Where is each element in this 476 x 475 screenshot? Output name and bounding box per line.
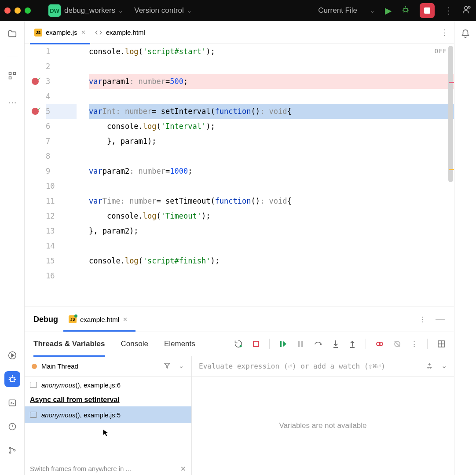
git-icon[interactable] [4, 442, 20, 458]
code-line[interactable] [89, 268, 454, 283]
project-name[interactable]: debug_workers [64, 6, 115, 15]
code-line[interactable] [89, 89, 454, 104]
code-line[interactable]: }, param1); [89, 134, 454, 149]
step-over-icon[interactable] [314, 340, 322, 348]
run-config-selector[interactable]: Current File [318, 6, 357, 15]
step-into-icon[interactable] [332, 340, 339, 348]
run-tool-icon[interactable] [4, 347, 20, 363]
notifications-icon[interactable] [461, 29, 470, 41]
stack-frame[interactable]: anonymous(), example.js:6 [25, 376, 191, 393]
debug-sub-tab[interactable]: Console [121, 332, 148, 356]
code-line[interactable]: console.log('Timeout'); [89, 208, 454, 223]
line-number[interactable]: 8 [46, 149, 77, 164]
debug-icon[interactable] [401, 5, 410, 16]
line-number[interactable]: 1 [46, 44, 77, 59]
close-window-icon[interactable] [4, 7, 11, 14]
code-line[interactable] [89, 59, 454, 74]
code-editor[interactable]: 12345678910111213141516 OFF console.log(… [25, 44, 454, 307]
view-breakpoints-icon[interactable] [376, 340, 384, 348]
chevron-down-icon[interactable]: ⌄ [187, 7, 192, 15]
svg-point-13 [240, 345, 242, 347]
filter-icon[interactable] [164, 362, 171, 370]
editor-tab[interactable]: example.html [90, 21, 150, 44]
chevron-down-icon[interactable]: ⌄ [118, 7, 124, 15]
line-number[interactable]: 14 [46, 238, 77, 253]
warning-stripe-marker[interactable] [449, 169, 454, 170]
code-line[interactable]: console.log('script#start'); [89, 44, 454, 59]
step-out-icon[interactable] [349, 340, 356, 348]
folder-icon[interactable] [7, 29, 17, 41]
error-stripe-marker[interactable] [449, 82, 454, 83]
debug-sub-tab[interactable]: Threads & Variables [33, 332, 105, 356]
close-icon[interactable]: ✕ [180, 465, 186, 473]
editor-more-icon[interactable]: ⋮ [441, 28, 449, 37]
layout-icon[interactable] [437, 340, 445, 348]
user-icon[interactable] [462, 5, 472, 17]
chevron-down-icon[interactable]: ⌄ [441, 362, 447, 371]
stack-frame[interactable]: anonymous(), example.js:5 [25, 406, 191, 423]
line-number[interactable]: 2 [46, 59, 77, 74]
more-icon[interactable]: ⋮ [419, 315, 426, 323]
run-icon[interactable]: ▶ [385, 5, 392, 16]
line-number[interactable]: 7 [46, 134, 77, 149]
inspections-off-badge[interactable]: OFF [435, 48, 447, 55]
svg-rect-3 [9, 73, 11, 75]
code-line[interactable] [89, 238, 454, 253]
line-number[interactable]: 3 [46, 74, 77, 89]
more-horizontal-icon[interactable]: ⋯ [8, 97, 17, 108]
pause-icon[interactable] [297, 340, 304, 348]
code-line[interactable]: console.log('script#finish'); [89, 253, 454, 268]
chevron-down-icon[interactable]: ⌄ [370, 7, 375, 15]
editor-tab[interactable]: JSexample.js✕ [30, 21, 90, 44]
terminal-icon[interactable] [4, 395, 20, 411]
project-badge: DW [48, 4, 61, 17]
mute-breakpoints-icon[interactable] [393, 340, 401, 348]
thread-status-icon [32, 364, 37, 369]
problems-icon[interactable] [4, 419, 20, 435]
code-line[interactable]: var param1 : number = 500; [89, 74, 454, 89]
svg-point-7 [10, 377, 14, 381]
close-icon[interactable]: ✕ [81, 29, 86, 36]
line-number[interactable]: 12 [46, 208, 77, 223]
code-line[interactable] [89, 149, 454, 164]
breakpoint-icon[interactable] [32, 108, 39, 115]
thread-selector[interactable]: Main Thread ⌄ [25, 356, 191, 376]
stop-icon[interactable] [253, 340, 260, 347]
code-line[interactable] [89, 179, 454, 194]
line-number[interactable]: 9 [46, 164, 77, 179]
line-number[interactable]: 4 [46, 89, 77, 104]
line-number[interactable]: 15 [46, 253, 77, 268]
resume-icon[interactable] [279, 340, 287, 348]
line-number[interactable]: 6 [46, 119, 77, 134]
breakpoint-icon[interactable] [32, 78, 39, 85]
add-watch-icon[interactable] [425, 362, 433, 371]
close-icon[interactable]: ✕ [123, 316, 128, 323]
more-icon[interactable]: ⋮ [444, 5, 452, 16]
line-number[interactable]: 5 [46, 104, 77, 119]
line-number[interactable]: 10 [46, 179, 77, 194]
code-line[interactable]: var Int : number = setInterval(function(… [89, 104, 454, 119]
code-line[interactable]: var param2 : number = 1000; [89, 164, 454, 179]
structure-icon[interactable] [8, 71, 17, 82]
version-control-menu[interactable]: Version control [134, 6, 183, 15]
debug-panel: Debug JS example.html ✕ ⋮ — Threads & Va… [25, 307, 454, 475]
code-line[interactable]: console.log('Interval'); [89, 119, 454, 134]
debug-tool-icon[interactable] [4, 371, 20, 387]
scrollbar-thumb[interactable] [448, 46, 453, 182]
debug-session-tab[interactable]: JS example.html ✕ [69, 307, 128, 332]
tab-label: example.html [106, 29, 145, 36]
line-number[interactable]: 16 [46, 268, 77, 283]
chevron-down-icon[interactable]: ⌄ [179, 362, 184, 370]
rerun-icon[interactable] [234, 340, 243, 348]
code-line[interactable]: }, param2); [89, 223, 454, 238]
more-icon[interactable]: ⋮ [411, 340, 417, 348]
line-number[interactable]: 11 [46, 194, 77, 208]
zoom-window-icon[interactable] [25, 7, 31, 14]
minimize-icon[interactable]: — [436, 314, 445, 325]
stop-button[interactable] [420, 3, 435, 18]
debug-sub-tab[interactable]: Elements [164, 332, 195, 356]
watch-input[interactable]: Evaluate expression (⏎) or add a watch (… [199, 362, 385, 370]
minimize-window-icon[interactable] [15, 7, 21, 14]
code-line[interactable]: var Time : number = setTimeout(function(… [89, 194, 454, 208]
line-number[interactable]: 13 [46, 223, 77, 238]
